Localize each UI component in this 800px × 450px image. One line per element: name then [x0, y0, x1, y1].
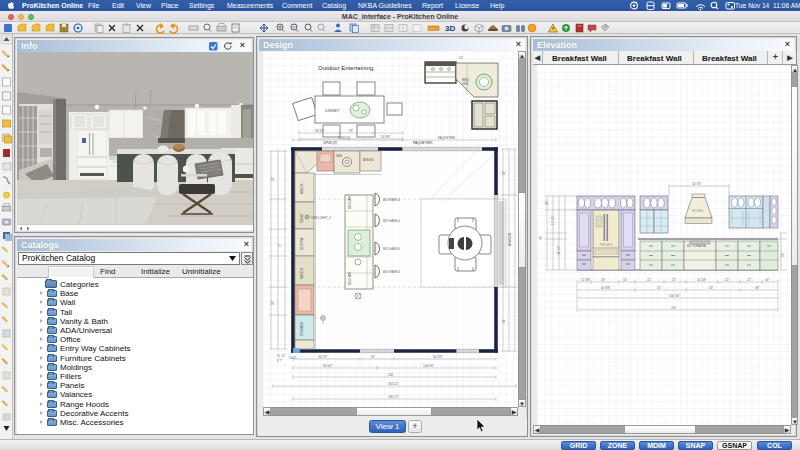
- svg-text:34 5/8": 34 5/8": [318, 355, 327, 359]
- svg-text:46": 46": [502, 171, 506, 175]
- svg-text:36 1/2": 36 1/2": [315, 129, 324, 133]
- svg-text:PAQUETERI: PAQUETERI: [413, 141, 432, 145]
- svg-text:FRIDGE B: FRIDGE B: [600, 243, 613, 247]
- svg-text:SB36B: SB36B: [300, 214, 304, 223]
- svg-text:3D: 3D: [445, 24, 455, 33]
- svg-text:96": 96": [539, 236, 543, 240]
- svg-text:BDCHAIR: BDCHAIR: [348, 271, 352, 285]
- svg-text:21 1/2": 21 1/2": [277, 354, 286, 358]
- svg-text:DISHWSH: DISHWSH: [300, 322, 304, 336]
- svg-text:240": 240": [388, 373, 394, 377]
- svg-text:54": 54": [459, 56, 463, 60]
- svg-text:PAQUETERI: PAQUETERI: [438, 136, 455, 140]
- svg-text:144 3/8": 144 3/8": [423, 364, 434, 368]
- svg-text:32 5/8": 32 5/8": [697, 278, 706, 282]
- svg-text:78": 78": [349, 129, 353, 133]
- svg-text:ATB036: ATB036: [363, 158, 374, 162]
- svg-text:42 7/8": 42 7/8": [692, 182, 701, 186]
- svg-text:36": 36": [271, 177, 275, 181]
- svg-text:BASE24: BASE24: [300, 267, 304, 279]
- svg-text:BDCHAIR04: BDCHAIR04: [383, 198, 400, 202]
- svg-text:30": 30": [271, 301, 275, 305]
- svg-text:WBC36: WBC36: [300, 183, 304, 194]
- svg-text:94 3/8": 94 3/8": [433, 355, 442, 359]
- svg-text:19 1/2": 19 1/2": [551, 216, 555, 225]
- svg-text:54 3/8": 54 3/8": [381, 135, 390, 139]
- svg-text:16": 16": [765, 278, 769, 282]
- svg-text:BDCHAIR04: BDCHAIR04: [383, 219, 400, 223]
- svg-text:22": 22": [672, 278, 676, 282]
- svg-text:WINDOW: WINDOW: [508, 233, 512, 246]
- svg-text:GRIL: GRIL: [336, 154, 343, 158]
- svg-text:84 5/8": 84 5/8": [323, 364, 332, 368]
- svg-text:14": 14": [623, 278, 627, 282]
- svg-text:30": 30": [545, 201, 549, 205]
- svg-text:22": 22": [747, 278, 751, 282]
- svg-text:8' 7": 8' 7": [277, 359, 282, 363]
- svg-text:HOODED: HOODED: [692, 209, 704, 213]
- svg-text:22": 22": [725, 278, 729, 282]
- svg-text:Outdoor Entertaining: Outdoor Entertaining: [318, 65, 373, 71]
- svg-text:40 3/8": 40 3/8": [601, 286, 610, 290]
- svg-text:54": 54": [709, 286, 713, 290]
- svg-text:27": 27": [278, 243, 282, 247]
- svg-text:GP43 (9): GP43 (9): [338, 136, 350, 140]
- svg-text:36": 36": [781, 253, 785, 257]
- svg-text:GP43 (9): GP43 (9): [323, 141, 337, 145]
- svg-text:GRL: GRL: [462, 82, 469, 86]
- svg-text:22": 22": [647, 278, 651, 282]
- svg-text:100 3/4": 100 3/4": [669, 294, 680, 298]
- svg-text:BDCHAIR04: BDCHAIR04: [383, 270, 400, 274]
- svg-text:BDCHAIR: BDCHAIR: [348, 195, 352, 209]
- svg-text:286 1/2": 286 1/2": [388, 395, 399, 399]
- svg-text:26": 26": [601, 278, 605, 282]
- svg-text:CEILLIGHT_2: CEILLIGHT_2: [311, 216, 331, 220]
- svg-text:36": 36": [371, 355, 375, 359]
- svg-text:201": 201": [671, 306, 677, 310]
- svg-text:BDCHAIR04: BDCHAIR04: [383, 247, 400, 251]
- svg-text:12 3/8": 12 3/8": [581, 278, 590, 282]
- svg-text:264 1/2": 264 1/2": [388, 382, 399, 386]
- svg-text:DINSET: DINSET: [325, 108, 340, 113]
- svg-text:34 1/2": 34 1/2": [557, 246, 561, 255]
- svg-text:38": 38": [755, 286, 759, 290]
- svg-text:B15DRW: B15DRW: [300, 237, 304, 250]
- svg-text:BG TURKU BA: BG TURKU BA: [687, 244, 706, 248]
- svg-text:64": 64": [502, 319, 506, 323]
- svg-text:51": 51": [657, 286, 661, 290]
